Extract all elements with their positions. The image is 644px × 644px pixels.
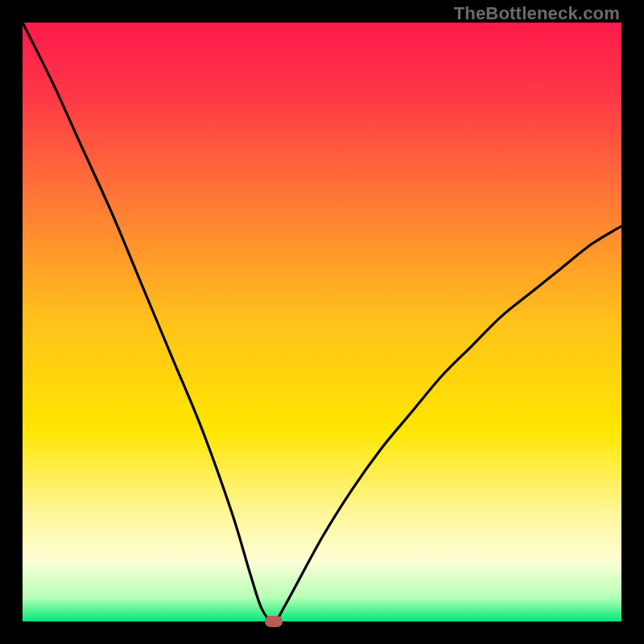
watermark-text: TheBottleneck.com — [454, 3, 620, 24]
plot-area — [23, 23, 621, 621]
chart-frame: TheBottleneck.com — [0, 0, 644, 644]
curve-layer — [23, 23, 621, 621]
bottleneck-curve — [23, 23, 621, 621]
optimum-marker — [265, 616, 283, 627]
